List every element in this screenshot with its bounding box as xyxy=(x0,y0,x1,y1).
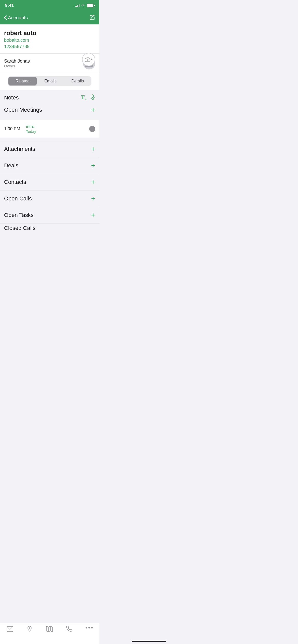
account-website[interactable]: bobaito.com xyxy=(4,38,95,43)
camera-button[interactable]: + xyxy=(82,53,95,66)
open-meetings-label: Open Meetings xyxy=(4,107,42,113)
closed-calls-label: Closed Calls xyxy=(4,225,36,231)
add-task-button[interactable]: + xyxy=(91,212,95,219)
tab-details[interactable]: Details xyxy=(64,77,91,85)
status-icons xyxy=(75,4,94,7)
svg-rect-2 xyxy=(92,95,94,98)
closed-calls-row: Closed Calls xyxy=(0,223,99,233)
text-add-icon[interactable]: 𝐓+ xyxy=(81,94,87,101)
tab-related[interactable]: Related xyxy=(8,77,37,85)
tab-emails[interactable]: Emails xyxy=(37,77,64,85)
meeting-info: intro Today xyxy=(26,124,85,134)
meeting-date: Today xyxy=(26,129,85,134)
open-meetings-section-header: Open Meetings + xyxy=(0,101,99,118)
mic-icon[interactable] xyxy=(90,94,95,101)
meeting-card[interactable]: 1:00 PM intro Today xyxy=(0,120,99,138)
attachments-row: Attachments + xyxy=(0,141,99,157)
contacts-row: Contacts + xyxy=(0,174,99,190)
signal-icon xyxy=(75,4,79,7)
account-name: robert auto xyxy=(4,30,95,37)
add-meeting-button[interactable]: + xyxy=(91,106,95,113)
owner-name: Sarah Jonas xyxy=(4,58,30,64)
edit-button[interactable] xyxy=(90,14,95,21)
back-button[interactable]: Accounts xyxy=(4,15,28,21)
meeting-status-dot xyxy=(89,126,95,132)
status-time: 9:41 xyxy=(5,3,14,8)
add-attachment-button[interactable]: + xyxy=(91,145,95,153)
wifi-icon xyxy=(81,4,86,7)
tab-group: Related Emails Details xyxy=(8,76,91,86)
segment-control: Related Emails Details xyxy=(0,73,99,90)
open-tasks-row: Open Tasks + xyxy=(0,207,99,223)
nav-bar: Accounts xyxy=(0,11,99,24)
attachments-label: Attachments xyxy=(4,146,35,152)
notes-section-header: Notes 𝐓+ xyxy=(0,90,99,101)
account-header: robert auto bobaito.com 1234567789 + xyxy=(0,24,99,54)
svg-point-0 xyxy=(87,59,88,61)
add-call-button[interactable]: + xyxy=(91,195,95,202)
status-bar: 9:41 xyxy=(0,0,99,11)
open-calls-label: Open Calls xyxy=(4,195,32,202)
notes-label: Notes xyxy=(4,94,19,101)
account-phone[interactable]: 1234567789 xyxy=(4,44,95,49)
meeting-time: 1:00 PM xyxy=(4,126,22,131)
content-area: Notes 𝐓+ Open Meetings + 1:00 PM xyxy=(0,90,99,233)
contacts-label: Contacts xyxy=(4,179,26,185)
add-deal-button[interactable]: + xyxy=(91,162,95,169)
owner-info: Sarah Jonas Owner xyxy=(4,58,30,68)
open-calls-row: Open Calls + xyxy=(0,190,99,207)
open-tasks-label: Open Tasks xyxy=(4,212,34,218)
notes-actions: 𝐓+ xyxy=(81,94,95,101)
battery-icon xyxy=(87,4,94,7)
deals-label: Deals xyxy=(4,162,18,169)
owner-role: Owner xyxy=(4,64,30,68)
nav-title: Accounts xyxy=(8,15,28,21)
add-contact-button[interactable]: + xyxy=(91,179,95,186)
camera-plus-label: + xyxy=(91,58,92,61)
meeting-title: intro xyxy=(26,124,85,129)
deals-row: Deals + xyxy=(0,157,99,174)
